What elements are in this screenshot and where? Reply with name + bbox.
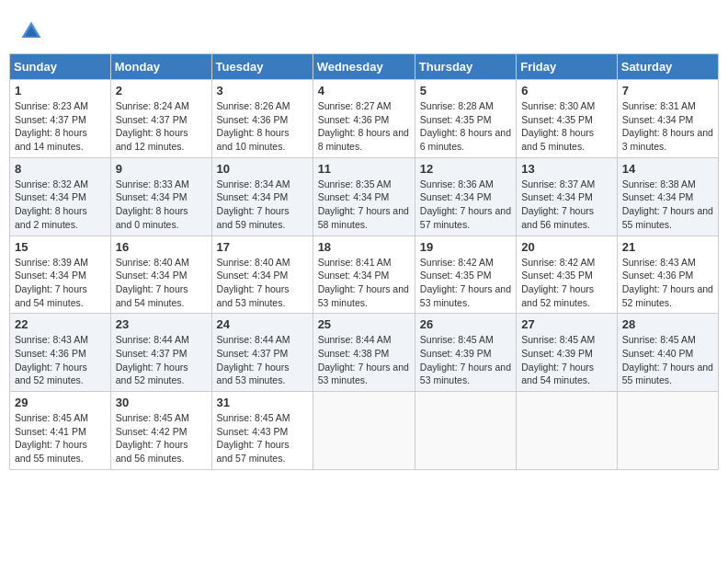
calendar-cell: 22Sunrise: 8:43 AMSunset: 4:36 PMDayligh… bbox=[10, 314, 111, 392]
calendar-weekday-sunday: Sunday bbox=[10, 54, 111, 80]
calendar-cell: 24Sunrise: 8:44 AMSunset: 4:37 PMDayligh… bbox=[211, 314, 313, 392]
day-info: Sunrise: 8:45 AMSunset: 4:39 PMDaylight:… bbox=[420, 333, 511, 387]
day-number: 25 bbox=[318, 317, 410, 331]
day-number: 16 bbox=[116, 240, 207, 254]
calendar-cell: 7Sunrise: 8:31 AMSunset: 4:34 PMDaylight… bbox=[617, 80, 718, 158]
day-number: 26 bbox=[420, 317, 511, 331]
day-info: Sunrise: 8:33 AMSunset: 4:34 PMDaylight:… bbox=[116, 178, 207, 232]
calendar-cell: 9Sunrise: 8:33 AMSunset: 4:34 PMDaylight… bbox=[110, 157, 211, 236]
day-number: 12 bbox=[420, 162, 511, 176]
day-info: Sunrise: 8:40 AMSunset: 4:34 PMDaylight:… bbox=[116, 256, 207, 310]
day-number: 6 bbox=[521, 84, 612, 98]
day-info: Sunrise: 8:45 AMSunset: 4:42 PMDaylight:… bbox=[116, 411, 207, 465]
day-info: Sunrise: 8:32 AMSunset: 4:34 PMDaylight:… bbox=[15, 178, 106, 232]
calendar-cell bbox=[313, 392, 415, 470]
day-number: 5 bbox=[420, 84, 511, 98]
calendar-cell: 30Sunrise: 8:45 AMSunset: 4:42 PMDayligh… bbox=[110, 392, 211, 470]
day-number: 17 bbox=[217, 240, 308, 254]
calendar-cell: 28Sunrise: 8:45 AMSunset: 4:40 PMDayligh… bbox=[617, 314, 718, 392]
day-info: Sunrise: 8:42 AMSunset: 4:35 PMDaylight:… bbox=[521, 256, 612, 310]
day-info: Sunrise: 8:43 AMSunset: 4:36 PMDaylight:… bbox=[15, 333, 106, 387]
day-number: 8 bbox=[15, 162, 106, 176]
calendar-weekday-wednesday: Wednesday bbox=[313, 54, 415, 80]
calendar-cell: 21Sunrise: 8:43 AMSunset: 4:36 PMDayligh… bbox=[617, 236, 718, 314]
day-number: 1 bbox=[15, 84, 106, 98]
day-info: Sunrise: 8:45 AMSunset: 4:41 PMDaylight:… bbox=[15, 411, 106, 465]
calendar-weekday-saturday: Saturday bbox=[617, 54, 718, 80]
calendar-table: SundayMondayTuesdayWednesdayThursdayFrid… bbox=[9, 53, 719, 470]
calendar-cell: 27Sunrise: 8:45 AMSunset: 4:39 PMDayligh… bbox=[517, 314, 618, 392]
logo bbox=[18, 18, 46, 44]
calendar-cell: 14Sunrise: 8:38 AMSunset: 4:34 PMDayligh… bbox=[617, 157, 718, 236]
day-number: 29 bbox=[15, 396, 106, 409]
calendar-cell: 1Sunrise: 8:23 AMSunset: 4:37 PMDaylight… bbox=[10, 80, 111, 158]
day-info: Sunrise: 8:40 AMSunset: 4:34 PMDaylight:… bbox=[217, 256, 308, 310]
day-info: Sunrise: 8:28 AMSunset: 4:35 PMDaylight:… bbox=[420, 99, 511, 154]
calendar-cell: 4Sunrise: 8:27 AMSunset: 4:36 PMDaylight… bbox=[313, 80, 415, 158]
day-info: Sunrise: 8:35 AMSunset: 4:34 PMDaylight:… bbox=[318, 178, 410, 232]
calendar-cell: 5Sunrise: 8:28 AMSunset: 4:35 PMDaylight… bbox=[415, 80, 516, 158]
calendar-cell: 18Sunrise: 8:41 AMSunset: 4:34 PMDayligh… bbox=[313, 236, 415, 314]
calendar-cell: 3Sunrise: 8:26 AMSunset: 4:36 PMDaylight… bbox=[211, 80, 313, 158]
day-info: Sunrise: 8:45 AMSunset: 4:39 PMDaylight:… bbox=[521, 333, 612, 387]
day-info: Sunrise: 8:43 AMSunset: 4:36 PMDaylight:… bbox=[622, 256, 713, 310]
calendar-cell: 19Sunrise: 8:42 AMSunset: 4:35 PMDayligh… bbox=[415, 236, 516, 314]
day-number: 24 bbox=[217, 317, 308, 331]
calendar-cell: 6Sunrise: 8:30 AMSunset: 4:35 PMDaylight… bbox=[517, 80, 618, 158]
day-number: 28 bbox=[622, 317, 713, 331]
day-info: Sunrise: 8:34 AMSunset: 4:34 PMDaylight:… bbox=[217, 178, 308, 232]
calendar-cell: 31Sunrise: 8:45 AMSunset: 4:43 PMDayligh… bbox=[211, 392, 313, 470]
day-info: Sunrise: 8:45 AMSunset: 4:40 PMDaylight:… bbox=[622, 333, 713, 387]
day-number: 21 bbox=[622, 240, 713, 254]
day-info: Sunrise: 8:41 AMSunset: 4:34 PMDaylight:… bbox=[318, 256, 410, 310]
calendar-header-row: SundayMondayTuesdayWednesdayThursdayFrid… bbox=[10, 54, 719, 80]
day-info: Sunrise: 8:44 AMSunset: 4:37 PMDaylight:… bbox=[116, 333, 207, 387]
day-number: 31 bbox=[217, 396, 308, 409]
calendar-cell: 26Sunrise: 8:45 AMSunset: 4:39 PMDayligh… bbox=[415, 314, 516, 392]
calendar-weekday-thursday: Thursday bbox=[415, 54, 516, 80]
calendar-cell: 11Sunrise: 8:35 AMSunset: 4:34 PMDayligh… bbox=[313, 157, 415, 236]
logo-icon bbox=[18, 18, 44, 44]
day-number: 22 bbox=[15, 317, 106, 331]
day-number: 7 bbox=[622, 84, 713, 98]
calendar-cell: 13Sunrise: 8:37 AMSunset: 4:34 PMDayligh… bbox=[517, 157, 618, 236]
calendar-cell: 29Sunrise: 8:45 AMSunset: 4:41 PMDayligh… bbox=[10, 392, 111, 470]
calendar-week-1: 1Sunrise: 8:23 AMSunset: 4:37 PMDaylight… bbox=[10, 80, 719, 158]
calendar-weekday-tuesday: Tuesday bbox=[211, 54, 313, 80]
day-info: Sunrise: 8:45 AMSunset: 4:43 PMDaylight:… bbox=[217, 411, 308, 465]
calendar-weekday-monday: Monday bbox=[110, 54, 211, 80]
calendar-cell: 16Sunrise: 8:40 AMSunset: 4:34 PMDayligh… bbox=[110, 236, 211, 314]
calendar-week-4: 22Sunrise: 8:43 AMSunset: 4:36 PMDayligh… bbox=[10, 314, 719, 392]
day-info: Sunrise: 8:31 AMSunset: 4:34 PMDaylight:… bbox=[622, 99, 713, 154]
day-info: Sunrise: 8:44 AMSunset: 4:37 PMDaylight:… bbox=[217, 333, 308, 387]
day-info: Sunrise: 8:27 AMSunset: 4:36 PMDaylight:… bbox=[318, 99, 410, 154]
day-info: Sunrise: 8:23 AMSunset: 4:37 PMDaylight:… bbox=[15, 99, 106, 154]
calendar-week-5: 29Sunrise: 8:45 AMSunset: 4:41 PMDayligh… bbox=[10, 392, 719, 470]
calendar-cell: 8Sunrise: 8:32 AMSunset: 4:34 PMDaylight… bbox=[10, 157, 111, 236]
calendar-weekday-friday: Friday bbox=[517, 54, 618, 80]
day-info: Sunrise: 8:44 AMSunset: 4:38 PMDaylight:… bbox=[318, 333, 410, 387]
calendar-cell: 15Sunrise: 8:39 AMSunset: 4:34 PMDayligh… bbox=[10, 236, 111, 314]
calendar-cell: 2Sunrise: 8:24 AMSunset: 4:37 PMDaylight… bbox=[110, 80, 211, 158]
day-number: 13 bbox=[521, 162, 612, 176]
calendar-cell: 17Sunrise: 8:40 AMSunset: 4:34 PMDayligh… bbox=[211, 236, 313, 314]
calendar-cell bbox=[617, 392, 718, 470]
day-number: 10 bbox=[217, 162, 308, 176]
day-number: 20 bbox=[521, 240, 612, 254]
calendar-cell: 12Sunrise: 8:36 AMSunset: 4:34 PMDayligh… bbox=[415, 157, 516, 236]
calendar-week-3: 15Sunrise: 8:39 AMSunset: 4:34 PMDayligh… bbox=[10, 236, 719, 314]
calendar-cell: 10Sunrise: 8:34 AMSunset: 4:34 PMDayligh… bbox=[211, 157, 313, 236]
day-info: Sunrise: 8:37 AMSunset: 4:34 PMDaylight:… bbox=[521, 178, 612, 232]
day-number: 19 bbox=[420, 240, 511, 254]
day-number: 11 bbox=[318, 162, 410, 176]
calendar-cell: 23Sunrise: 8:44 AMSunset: 4:37 PMDayligh… bbox=[110, 314, 211, 392]
calendar-week-2: 8Sunrise: 8:32 AMSunset: 4:34 PMDaylight… bbox=[10, 157, 719, 236]
day-number: 15 bbox=[15, 240, 106, 254]
day-info: Sunrise: 8:38 AMSunset: 4:34 PMDaylight:… bbox=[622, 178, 713, 232]
day-info: Sunrise: 8:42 AMSunset: 4:35 PMDaylight:… bbox=[420, 256, 511, 310]
calendar-cell bbox=[517, 392, 618, 470]
day-number: 2 bbox=[116, 84, 207, 98]
day-info: Sunrise: 8:24 AMSunset: 4:37 PMDaylight:… bbox=[116, 99, 207, 154]
calendar-cell bbox=[415, 392, 516, 470]
header bbox=[9, 9, 719, 49]
